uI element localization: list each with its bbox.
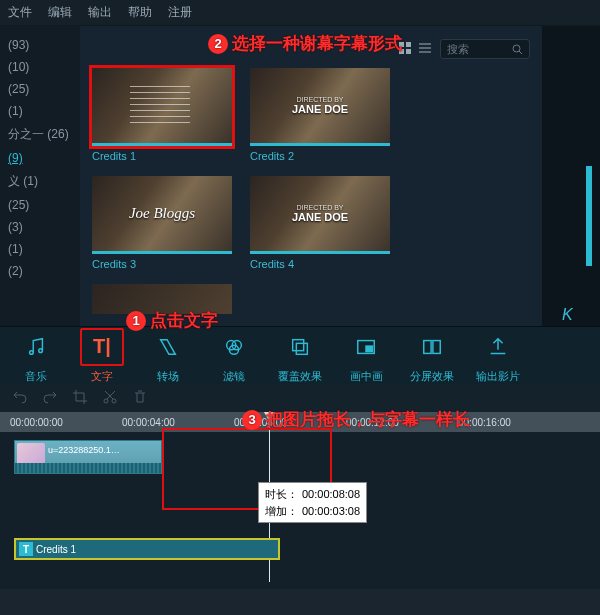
menu-file[interactable]: 文件 [8, 4, 32, 21]
redo-icon[interactable] [42, 389, 58, 408]
svg-rect-15 [296, 343, 307, 354]
tool-splitscreen[interactable]: 分屏效果 [406, 328, 458, 384]
svg-point-10 [39, 348, 43, 352]
cut-icon[interactable] [102, 389, 118, 408]
ruler-tick: 00:00:00:00 [10, 417, 122, 428]
cat-item[interactable]: (10) [0, 56, 80, 78]
cat-item[interactable]: (9) [0, 147, 80, 169]
svg-rect-4 [419, 43, 431, 45]
svg-rect-14 [293, 339, 304, 350]
menu-register[interactable]: 注册 [168, 4, 192, 21]
cat-item[interactable]: 分之一 (26) [0, 122, 80, 147]
undo-icon[interactable] [12, 389, 28, 408]
crop-icon[interactable] [72, 389, 88, 408]
svg-point-9 [30, 350, 34, 354]
thumb-label: Credits 1 [92, 146, 232, 162]
svg-point-7 [513, 45, 520, 52]
duration-tooltip: 时长：00:00:08:08 增加：00:00:03:08 [258, 482, 367, 523]
tool-filter[interactable]: 滤镜 [208, 328, 260, 384]
timeline[interactable]: u=223288250.1… 时长：00:00:08:08 增加：00:00:0… [0, 432, 600, 589]
ruler-tick: 00:00:04:00 [122, 417, 234, 428]
menu-bar: 文件 编辑 输出 帮助 注册 [0, 0, 600, 26]
menu-output[interactable]: 输出 [88, 4, 112, 21]
cat-item[interactable]: (1) [0, 100, 80, 122]
cat-item[interactable]: (25) [0, 194, 80, 216]
text-clip-label: Credits 1 [36, 544, 76, 555]
svg-point-21 [112, 399, 116, 403]
cat-item[interactable]: 义 (1) [0, 169, 80, 194]
tool-overlay[interactable]: 覆盖效果 [274, 328, 326, 384]
thumb-label: Credits 2 [250, 146, 390, 162]
preview-letter: K [562, 306, 573, 324]
category-sidebar: (93) (10) (25) (1) 分之一 (26) (9) 义 (1) (2… [0, 26, 80, 326]
annotation-2: 2 选择一种谢幕字幕形式 [208, 32, 402, 55]
clip-thumb [17, 443, 45, 465]
svg-rect-5 [419, 47, 431, 49]
svg-rect-3 [406, 49, 411, 54]
tool-pip[interactable]: 画中画 [340, 328, 392, 384]
video-clip[interactable]: u=223288250.1… [14, 440, 162, 474]
clip-filename: u=223288250.1… [48, 445, 120, 455]
search-input[interactable]: 搜索 [440, 39, 530, 59]
text-clip-credits1[interactable]: T Credits 1 [14, 538, 280, 560]
template-credits-1[interactable]: Credits 1 [92, 68, 232, 162]
svg-rect-18 [424, 340, 431, 353]
svg-rect-1 [406, 42, 411, 47]
cat-item[interactable]: (93) [0, 34, 80, 56]
svg-rect-19 [433, 340, 440, 353]
menu-help[interactable]: 帮助 [128, 4, 152, 21]
template-credits-3[interactable]: Joe Bloggs Credits 3 [92, 176, 232, 270]
svg-line-8 [519, 51, 522, 54]
tool-transition[interactable]: 转场 [142, 328, 194, 384]
tool-strip: 音乐 T|文字 转场 滤镜 覆盖效果 画中画 分屏效果 输出影片 1 点击文字 [0, 326, 600, 384]
template-gallery: 搜索 Credits 1 DIRECTED BYJANE DOE Credits… [80, 26, 542, 326]
text-clip-icon: T [19, 542, 33, 556]
annotation-1: 1 点击文字 [126, 309, 218, 332]
cat-item[interactable]: (3) [0, 216, 80, 238]
preview-strip [586, 166, 592, 266]
menu-edit[interactable]: 编辑 [48, 4, 72, 21]
tool-text[interactable]: T|文字 [76, 328, 128, 384]
cat-item[interactable]: (2) [0, 260, 80, 282]
template-credits-2[interactable]: DIRECTED BYJANE DOE Credits 2 [250, 68, 390, 162]
thumb-label: Credits 3 [92, 254, 232, 270]
list-view-icon[interactable] [418, 41, 432, 58]
svg-point-20 [104, 399, 108, 403]
preview-panel: K [542, 26, 600, 326]
svg-rect-17 [366, 346, 372, 352]
delete-icon[interactable] [132, 389, 148, 408]
tool-export[interactable]: 输出影片 [472, 328, 524, 384]
annotation-3: 3 把图片拖长，与字幕一样长 [242, 408, 470, 431]
thumb-label: Credits 4 [250, 254, 390, 270]
search-icon [512, 44, 523, 55]
search-placeholder: 搜索 [447, 42, 512, 57]
cat-item[interactable]: (25) [0, 78, 80, 100]
ruler-tick: 00:00:16:00 [458, 417, 570, 428]
tool-music[interactable]: 音乐 [10, 328, 62, 384]
cat-item[interactable]: (1) [0, 238, 80, 260]
svg-rect-6 [419, 51, 431, 53]
template-credits-4[interactable]: DIRECTED BYJANE DOE Credits 4 [250, 176, 390, 270]
clip-audio-strip [15, 463, 161, 473]
